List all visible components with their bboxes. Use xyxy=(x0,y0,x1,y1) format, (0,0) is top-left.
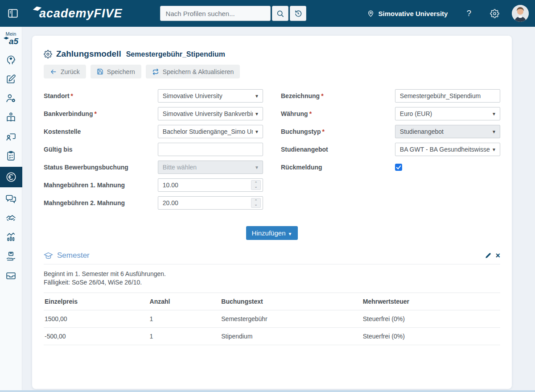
gueltig-bis-input[interactable] xyxy=(158,143,263,156)
sidebar-item-communication[interactable] xyxy=(0,193,22,204)
kostenstelle-value: Bachelor Studiengänge_Simo Univ xyxy=(163,128,253,135)
status-bewerbungsbuchung-select: Bitte wählen ▼ xyxy=(158,161,263,174)
col-anzahl: Anzahl xyxy=(149,293,221,310)
inbox-icon xyxy=(5,270,16,281)
semester-section-title: Semester xyxy=(57,251,90,260)
university-name: Simovative University xyxy=(379,10,448,17)
mahngebuehren-2-input[interactable] xyxy=(158,196,263,210)
save-update-button-label: Speichern & Aktualisieren xyxy=(163,68,234,75)
page-header: Zahlungsmodell Semestergebühr_Stipendium xyxy=(44,49,500,59)
standort-select[interactable]: Simovative University ▼ xyxy=(158,89,263,103)
table-header-row: Einzelpreis Anzahl Buchungstext Mehrwert… xyxy=(44,293,500,310)
chevron-down-icon: ⌄ xyxy=(254,185,258,188)
cell-anzahl: 1 xyxy=(149,310,221,328)
head-heart-icon xyxy=(5,54,16,66)
cell-mehrwertsteuer: Steuerfrei (0%) xyxy=(362,328,500,345)
table-row: 1500,00 1 Semestergebühr Steuerfrei (0%) xyxy=(44,310,500,328)
form-row: Standort* Simovative University ▼ xyxy=(44,89,263,103)
col-einzelpreis: Einzelpreis xyxy=(44,293,149,310)
standort-value: Simovative University xyxy=(163,92,253,99)
arrow-left-icon xyxy=(50,68,57,75)
required-marker: * xyxy=(321,92,323,99)
status-bewerbungsbuchung-label: Status Bewerbungsbuchung xyxy=(44,164,128,171)
bankverbindung-select[interactable]: Simovative University Bankverbind ▼ xyxy=(158,107,263,120)
buchungstyp-select[interactable]: Studienangebot ▼ xyxy=(395,125,500,138)
required-marker: * xyxy=(94,110,96,117)
sidebar-item-statistics[interactable] xyxy=(0,231,22,243)
location-selector[interactable]: Simovative University xyxy=(367,9,448,18)
sidebar-toggle-icon[interactable] xyxy=(6,7,20,20)
sidebar-item-user-settings[interactable] xyxy=(0,92,22,104)
number-stepper[interactable]: ⌃⌄ xyxy=(251,180,261,190)
required-marker: * xyxy=(309,110,312,117)
save-button[interactable]: Speichern xyxy=(91,65,141,78)
euro-icon xyxy=(5,171,17,183)
payment-model-form: Standort* Simovative University ▼ Bankve… xyxy=(44,89,500,214)
mahngebuehren-1-input[interactable] xyxy=(158,178,263,192)
user-gear-icon xyxy=(5,93,16,104)
chat-bubbles-icon xyxy=(5,193,16,204)
number-stepper[interactable]: ⌃⌄ xyxy=(251,198,261,208)
mahngebuehren-2-label: Mahngebühren 2. Mahnung xyxy=(44,199,125,206)
help-button[interactable]: ? xyxy=(466,8,471,18)
hinzufuegen-button[interactable]: Hinzufügen▼ xyxy=(246,226,298,240)
buchungstyp-value: Studienangebot xyxy=(400,128,490,135)
waehrung-select[interactable]: Euro (EUR) ▼ xyxy=(395,107,500,120)
sidebar-item-inbox[interactable] xyxy=(0,269,22,281)
settings-gear-icon[interactable] xyxy=(490,9,499,18)
sidebar-item-services[interactable] xyxy=(0,250,22,262)
search-button[interactable] xyxy=(272,6,288,21)
edit-compose-icon xyxy=(5,74,16,85)
sidebar-item-head-heart[interactable] xyxy=(0,54,22,66)
rueckmeldung-checkbox[interactable] xyxy=(395,164,402,171)
studienangebot-select[interactable]: BA GWT - BA Gesundheitswissen ▼ xyxy=(395,143,500,156)
location-pin-icon xyxy=(367,9,374,18)
sidebar-item-finance-active[interactable] xyxy=(0,167,22,187)
sidebar-item-edit[interactable] xyxy=(0,73,22,85)
col-buchungstext: Buchungstext xyxy=(220,293,362,310)
required-marker: * xyxy=(71,92,73,99)
chevron-down-icon: ▼ xyxy=(255,94,259,99)
user-avatar[interactable] xyxy=(512,5,529,22)
bezeichnung-input[interactable] xyxy=(395,89,500,103)
kostenstelle-select[interactable]: Bachelor Studiengänge_Simo Univ ▼ xyxy=(158,125,263,138)
form-row: Mahngebühren 2. Mahnung ⌃⌄ xyxy=(44,196,263,210)
back-button[interactable]: Zurück xyxy=(44,65,86,78)
form-row: Mahngebühren 1. Mahnung ⌃⌄ xyxy=(44,178,263,192)
cell-mehrwertsteuer: Steuerfrei (0%) xyxy=(362,310,500,328)
cell-buchungstext: Stipendium xyxy=(220,328,362,345)
edit-pencil-icon[interactable] xyxy=(485,252,491,259)
form-row: Gültig bis xyxy=(44,143,263,156)
sidebar-item-mein-a5[interactable]: a5 xyxy=(4,37,18,46)
hand-box-icon xyxy=(5,251,16,262)
save-button-label: Speichern xyxy=(107,68,135,75)
search-input[interactable] xyxy=(160,6,271,21)
form-row: Buchungstyp* Studienangebot ▼ xyxy=(281,125,500,138)
bankverbindung-value: Simovative University Bankverbind xyxy=(163,110,253,117)
semester-section-header: Semester × xyxy=(44,251,500,264)
form-row: Studienangebot BA GWT - BA Gesundheitswi… xyxy=(281,143,500,156)
graduation-cap-icon xyxy=(44,252,53,260)
sidebar-item-partners[interactable] xyxy=(0,212,22,223)
payment-model-gear-icon xyxy=(44,50,52,58)
waehrung-value: Euro (EUR) xyxy=(400,110,490,117)
gueltig-bis-label: Gültig bis xyxy=(44,146,73,153)
sidebar-item-study[interactable] xyxy=(0,111,22,123)
status-bewerbungsbuchung-placeholder: Bitte wählen xyxy=(163,164,253,171)
search-history-button[interactable] xyxy=(290,6,306,21)
sidebar-item-evaluation[interactable] xyxy=(0,150,22,161)
bankverbindung-label: Bankverbindung xyxy=(44,110,93,117)
sidebar-nav: Mein a5 xyxy=(0,27,22,392)
cell-einzelpreis: -500,00 xyxy=(44,328,149,345)
required-marker: * xyxy=(322,128,324,135)
chevron-down-icon: ▼ xyxy=(492,147,496,152)
form-right-column: Bezeichnung* Währung* Euro (EUR) ▼ Buchu… xyxy=(281,89,500,214)
remove-section-icon[interactable]: × xyxy=(495,252,500,259)
main-area: Zahlungsmodell Semestergebühr_Stipendium… xyxy=(22,27,535,392)
chevron-down-icon: ▼ xyxy=(492,129,496,134)
sidebar-item-teaching[interactable] xyxy=(0,131,22,142)
buchungstyp-label: Buchungstyp xyxy=(281,128,321,135)
hinzufuegen-label: Hinzufügen xyxy=(252,229,286,237)
academyfive-logo[interactable]: academyFIVE xyxy=(33,6,123,21)
save-and-update-button[interactable]: Speichern & Aktualisieren xyxy=(146,65,240,78)
